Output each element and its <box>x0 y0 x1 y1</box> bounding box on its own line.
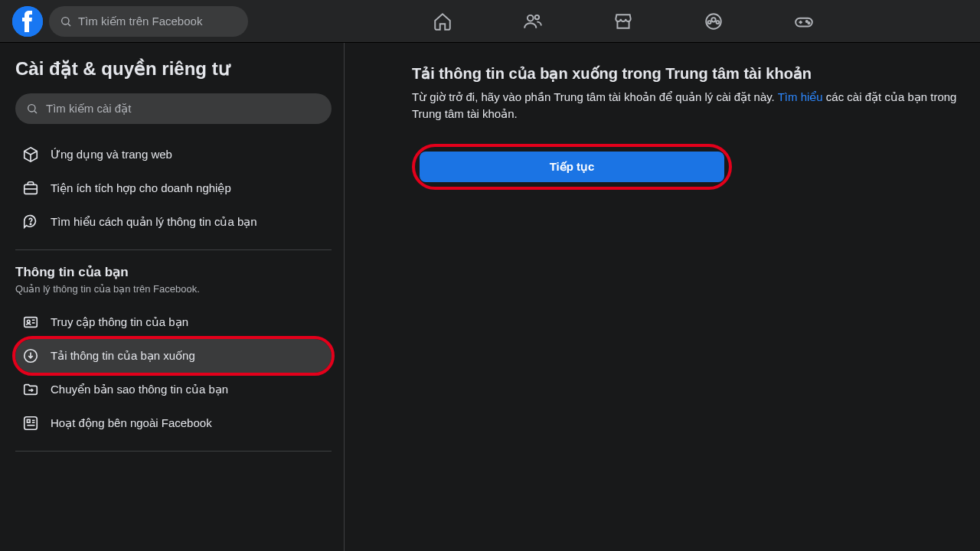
continue-button[interactable]: Tiếp tục <box>420 152 724 182</box>
svg-line-15 <box>34 111 37 113</box>
svg-point-20 <box>27 320 30 323</box>
divider <box>15 249 332 250</box>
svg-point-1 <box>62 17 69 24</box>
svg-point-13 <box>808 22 809 24</box>
svg-rect-25 <box>27 419 30 422</box>
nav-home[interactable] <box>400 3 485 40</box>
svg-rect-19 <box>24 318 38 328</box>
sidebar-item-off-facebook-activity[interactable]: Hoạt động bên ngoài Facebook <box>15 406 332 440</box>
svg-point-14 <box>28 105 35 112</box>
cube-icon <box>21 145 40 164</box>
sidebar-item-transfer-copy[interactable]: Chuyển bản sao thông tin của bạn <box>15 373 332 406</box>
briefcase-icon <box>21 179 40 197</box>
learn-more-link[interactable]: Tìm hiểu <box>778 90 823 103</box>
section-your-info-title: Thông tin của bạn <box>15 264 332 280</box>
sidebar-item-learn-manage-info[interactable]: Tìm hiểu cách quản lý thông tin của bạn <box>15 205 332 239</box>
search-icon <box>60 15 72 28</box>
groups-icon <box>704 11 724 31</box>
content-title: Tải thông tin của bạn xuống trong Trung … <box>412 64 980 83</box>
nav-gaming[interactable] <box>762 3 846 40</box>
svg-point-6 <box>711 18 715 21</box>
divider <box>15 451 332 452</box>
top-bar: Tìm kiếm trên Facebook <box>0 0 980 43</box>
sidebar-item-label: Truy cập thông tin của bạn <box>51 315 188 329</box>
cta-highlight: Tiếp tục <box>412 144 732 190</box>
svg-line-2 <box>68 24 70 26</box>
marketplace-icon <box>613 11 633 31</box>
nav-groups[interactable] <box>671 3 756 40</box>
gaming-icon <box>794 11 814 31</box>
nav-marketplace[interactable] <box>581 3 665 40</box>
svg-point-18 <box>30 223 31 224</box>
sidebar-item-business-integrations[interactable]: Tiện ích tích hợp cho doanh nghiệp <box>15 171 332 205</box>
sidebar-item-label: Tìm hiểu cách quản lý thông tin của bạn <box>51 215 257 229</box>
content-text-a: Từ giờ trở đi, hãy vào phần Trung tâm tà… <box>412 90 778 103</box>
sidebar-item-apps-websites[interactable]: Ứng dụng và trang web <box>15 138 332 171</box>
settings-sidebar: Cài đặt & quyền riêng tư Tìm kiếm cài đặ… <box>0 43 345 551</box>
download-circle-icon <box>21 347 40 365</box>
question-bubble-icon <box>21 213 40 231</box>
nav-friends[interactable] <box>491 3 575 40</box>
sidebar-item-label: Chuyển bản sao thông tin của bạn <box>51 383 228 396</box>
main-content: Tải thông tin của bạn xuống trong Trung … <box>345 43 980 551</box>
sidebar-item-download-info[interactable]: Tải thông tin của bạn xuống <box>15 339 332 373</box>
section-your-info-sub: Quản lý thông tin của bạn trên Facebook. <box>15 283 332 295</box>
svg-point-12 <box>806 20 808 21</box>
svg-point-3 <box>528 15 534 21</box>
settings-search-placeholder: Tìm kiếm cài đặt <box>46 102 131 116</box>
id-card-icon <box>21 313 40 331</box>
sidebar-item-label: Ứng dụng và trang web <box>51 148 172 161</box>
sidebar-title: Cài đặt & quyền riêng tư <box>15 58 332 80</box>
global-search-placeholder: Tìm kiếm trên Facebook <box>78 15 202 28</box>
friends-icon <box>523 11 543 31</box>
home-icon <box>433 11 452 31</box>
sidebar-item-access-info[interactable]: Truy cập thông tin của bạn <box>15 305 332 339</box>
content-description: Từ giờ trở đi, hãy vào phần Trung tâm tà… <box>412 89 980 122</box>
global-search[interactable]: Tìm kiếm trên Facebook <box>49 6 248 37</box>
settings-search[interactable]: Tìm kiếm cài đặt <box>15 93 332 124</box>
svg-point-4 <box>535 15 539 18</box>
facebook-logo[interactable] <box>12 6 43 37</box>
folder-transfer-icon <box>21 380 40 399</box>
sidebar-item-label: Tiện ích tích hợp cho doanh nghiệp <box>51 181 231 195</box>
svg-point-8 <box>716 21 719 24</box>
svg-rect-24 <box>24 417 38 430</box>
nav-center <box>279 3 968 40</box>
svg-point-7 <box>708 21 711 24</box>
sidebar-item-label: Hoạt động bên ngoài Facebook <box>51 416 212 430</box>
search-icon <box>26 103 38 115</box>
activity-icon <box>21 414 40 432</box>
sidebar-item-label: Tải thông tin của bạn xuống <box>51 349 195 363</box>
